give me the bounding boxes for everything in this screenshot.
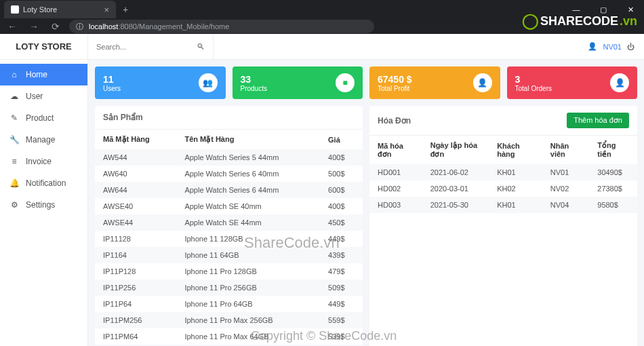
stat-label: Products [241,85,267,92]
cell-date: 2021-06-02 [422,164,489,180]
power-icon[interactable]: ⏻ [627,43,635,51]
cell-price: 439$ [320,247,363,263]
sidebar-item-invoice[interactable]: ≡Invoice [0,151,87,172]
table-row[interactable]: IP1164Iphone 11 64GB439$ [95,247,363,263]
browser-tab[interactable]: Loty Store × [4,1,116,18]
cell-name: Iphone 11 128GB [176,231,320,247]
add-invoice-button[interactable]: Thêm hóa đơn [567,113,629,128]
stat-icon: 👥 [199,73,218,92]
user-area[interactable]: 👤 NV01 ⏻ [578,42,644,51]
cell-code: IP11PM64 [95,328,176,345]
cell-price: 400$ [320,149,363,166]
invoices-title: Hóa Đơn [378,116,411,126]
sidebar-label: Invoice [26,157,52,166]
sidebar: ⌂Home☁User✎Product🔧Manage≡Invoice🔔Notifi… [0,60,88,346]
table-row[interactable]: IP11PM64Iphone 11 Pro Max 64GB539$ [95,328,363,345]
brand-title[interactable]: LOTY STORE [0,34,88,60]
invoices-table: Mã hóa đơnNgày lập hóa đơnKhách hàngNhân… [369,136,637,213]
table-row[interactable]: AWSE40Apple Watch SE 40mm400$ [95,198,363,214]
username: NV01 [603,43,622,51]
topbar: LOTY STORE 🔍︎ 👤 NV01 ⏻ [0,34,644,60]
sidebar-icon: ☁ [9,92,19,101]
sidebar-label: Settings [26,200,55,210]
cell-code: IP11P256 [95,280,176,296]
cell-name: Iphone 11 Pro 256GB [176,280,320,296]
cell-name: Apple Watch SE 44mm [176,214,320,231]
cell-code: IP11128 [95,231,176,247]
search-input[interactable] [96,43,190,51]
logo-icon: ◯ [522,12,539,30]
cell-code: AW544 [95,149,176,166]
cell-code: IP1164 [95,247,176,263]
cell-code: IP11PM256 [95,312,176,328]
table-row[interactable]: AWSE44Apple Watch SE 44mm450$ [95,214,363,231]
sidebar-item-settings[interactable]: ⚙Settings [0,194,87,216]
sidebar-item-product[interactable]: ✎Product [0,107,87,129]
sidebar-label: Manage [26,135,55,145]
table-row[interactable]: IP11P256Iphone 11 Pro 256GB509$ [95,280,363,296]
table-row[interactable]: HD0032021-05-30KH01NV049580$ [369,197,637,213]
content: 11Users👥33Products■67450 $Total Profit👤3… [88,60,644,346]
table-row[interactable]: IP11128Iphone 11 128GB449$ [95,231,363,247]
sidebar-label: Product [26,113,54,123]
url-input[interactable]: ⓘ localhost:8080/Management_Mobile/home [69,20,374,33]
cell-name: Apple Watch Series 6 40mm [176,166,320,182]
invoices-panel: Hóa Đơn Thêm hóa đơn Mã hóa đơnNgày lập … [369,106,637,346]
table-row[interactable]: HD0012021-06-02KH01NV0130490$ [369,164,637,180]
table-row[interactable]: HD0022020-03-01KH02NV0227380$ [369,180,637,197]
table-header: Ngày lập hóa đơn [422,136,489,164]
stat-card-total-profit[interactable]: 67450 $Total Profit👤 [369,66,500,99]
cell-price: 449$ [320,231,363,247]
cell-customer: KH02 [489,180,542,197]
table-row[interactable]: AW644Apple Watch Series 6 44mm600$ [95,182,363,198]
cell-date: 2020-03-01 [422,180,489,197]
forward-button[interactable]: → [26,21,42,32]
table-header: Nhân viên [542,136,589,164]
cell-total: 9580$ [589,197,637,213]
table-header: Mã hóa đơn [369,136,422,164]
sidebar-item-notification[interactable]: 🔔Notification [0,172,87,194]
sidebar-item-home[interactable]: ⌂Home [0,64,87,85]
search-icon[interactable]: 🔍︎ [197,42,205,52]
table-row[interactable]: IP11PM256Iphone 11 Pro Max 256GB559$ [95,312,363,328]
table-row[interactable]: IP11P128Iphone 11 Pro 128GB479$ [95,263,363,280]
panels: Sản Phẩm Mã Mặt HàngTên Mặt HàngGiá AW54… [95,106,637,346]
cell-id: HD001 [369,164,422,180]
stat-card-total-orders[interactable]: 3Total Orders👤 [507,66,638,99]
stat-value: 3 [515,74,552,85]
sharecode-logo: ◯ SHARECODE.vn [522,12,637,30]
sidebar-item-manage[interactable]: 🔧Manage [0,129,87,151]
products-title: Sản Phẩm [103,113,143,122]
reload-button[interactable]: ⟳ [47,21,64,32]
sidebar-icon: 🔧 [9,135,19,145]
cell-price: 600$ [320,182,363,198]
cell-name: Apple Watch Series 5 44mm [176,149,320,166]
close-icon[interactable]: × [104,5,109,15]
back-button[interactable]: ← [4,21,20,32]
cell-price: 509$ [320,280,363,296]
table-row[interactable]: AW544Apple Watch Series 5 44mm400$ [95,149,363,166]
table-row[interactable]: AW640Apple Watch Series 6 40mm500$ [95,166,363,182]
sidebar-icon: ≡ [9,157,19,166]
logo-suffix: .vn [620,14,637,28]
cell-price: 539$ [320,328,363,345]
cell-price: 559$ [320,312,363,328]
sidebar-item-user[interactable]: ☁User [0,85,87,107]
table-header: Khách hàng [489,136,542,164]
sidebar-label: Notification [26,178,66,188]
stat-value: 33 [241,74,267,85]
cell-name: Iphone 11 Pro Max 64GB [176,328,320,345]
sidebar-icon: ⌂ [9,70,19,79]
cell-id: HD002 [369,180,422,197]
cell-name: Iphone 11 64GB [176,247,320,263]
sidebar-icon: ✎ [9,113,19,123]
stat-icon: ■ [336,73,355,92]
cell-price: 500$ [320,166,363,182]
table-row[interactable]: IP11P64Iphone 11 Pro 64GB449$ [95,296,363,312]
new-tab-button[interactable]: + [116,4,135,15]
stat-card-products[interactable]: 33Products■ [233,66,363,99]
products-panel-header: Sản Phẩm [95,106,363,130]
cell-price: 400$ [320,198,363,214]
cell-id: HD003 [369,197,422,213]
stat-card-users[interactable]: 11Users👥 [95,66,226,99]
